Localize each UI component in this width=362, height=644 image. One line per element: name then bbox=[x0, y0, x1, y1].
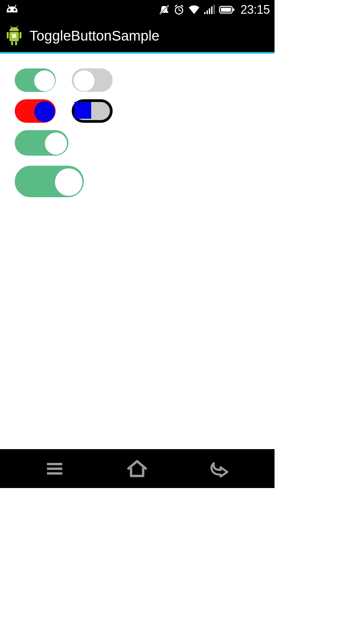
svg-rect-14 bbox=[211, 6, 213, 14]
wifi-icon bbox=[188, 5, 200, 15]
toggle-knob bbox=[45, 132, 67, 155]
battery-full-icon bbox=[219, 5, 235, 14]
svg-line-2 bbox=[8, 5, 9, 7]
svg-rect-11 bbox=[204, 12, 205, 14]
vibrate-mute-icon bbox=[159, 4, 170, 15]
toggle-2b-black-blue-off[interactable] bbox=[72, 99, 113, 123]
toggle-row-4 bbox=[15, 166, 260, 197]
svg-line-8 bbox=[179, 10, 181, 11]
toggle-row-3 bbox=[15, 130, 260, 156]
home-outline-icon bbox=[126, 459, 148, 478]
toggle-1b-grey-off[interactable] bbox=[72, 68, 113, 92]
toggle-2a-red-blue-on[interactable] bbox=[15, 99, 56, 123]
android-head-icon bbox=[5, 3, 19, 16]
svg-line-20 bbox=[16, 26, 17, 28]
toggle-knob bbox=[74, 70, 95, 91]
android-robot-icon bbox=[5, 26, 23, 45]
svg-rect-27 bbox=[47, 463, 62, 465]
toggle-1a-green-on[interactable] bbox=[15, 68, 56, 92]
menu-icon bbox=[46, 461, 64, 476]
navigation-bar bbox=[0, 449, 275, 488]
svg-point-0 bbox=[8, 8, 10, 10]
action-bar: ToggleButtonSample bbox=[0, 19, 275, 54]
content-area bbox=[0, 54, 275, 449]
svg-line-3 bbox=[15, 5, 16, 7]
svg-rect-25 bbox=[11, 41, 13, 45]
signal-4-of-5-icon bbox=[203, 5, 216, 15]
svg-rect-29 bbox=[47, 472, 62, 475]
svg-line-19 bbox=[11, 26, 12, 28]
svg-rect-18 bbox=[233, 8, 234, 11]
status-time: 23:15 bbox=[240, 3, 270, 17]
svg-rect-17 bbox=[221, 8, 231, 12]
toggle-knob bbox=[34, 101, 55, 122]
toggle-knob bbox=[55, 168, 82, 196]
toggle-4-green-large-on[interactable] bbox=[15, 166, 84, 197]
alarm-clock-icon bbox=[173, 4, 185, 15]
svg-rect-23 bbox=[7, 32, 9, 39]
svg-rect-12 bbox=[206, 10, 208, 14]
back-button[interactable] bbox=[203, 452, 237, 485]
status-bar: 23:15 bbox=[0, 0, 275, 19]
svg-line-10 bbox=[181, 5, 183, 7]
back-icon bbox=[209, 460, 231, 477]
svg-rect-22 bbox=[12, 34, 16, 38]
svg-rect-26 bbox=[15, 41, 17, 45]
svg-rect-15 bbox=[214, 5, 215, 14]
toggle-knob bbox=[34, 70, 55, 91]
toggle-row-1 bbox=[15, 68, 260, 92]
home-button[interactable] bbox=[120, 452, 154, 485]
svg-rect-28 bbox=[47, 468, 62, 470]
toggle-row-2 bbox=[15, 99, 260, 123]
app-title: ToggleButtonSample bbox=[29, 28, 160, 44]
toggle-3-green-medium-on[interactable] bbox=[15, 130, 68, 156]
svg-line-9 bbox=[175, 5, 177, 7]
svg-rect-24 bbox=[19, 32, 21, 39]
toggle-knob bbox=[74, 102, 91, 119]
svg-point-1 bbox=[14, 8, 16, 10]
svg-rect-13 bbox=[209, 8, 210, 14]
recent-apps-button[interactable] bbox=[38, 452, 71, 485]
